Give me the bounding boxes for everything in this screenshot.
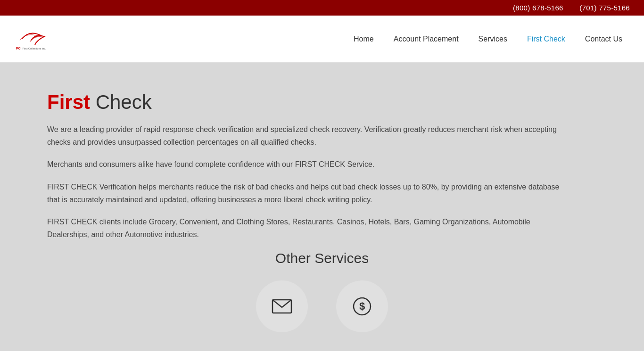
paragraph-4: FIRST CHECK clients include Grocery, Con… bbox=[47, 215, 566, 241]
phone2[interactable]: (701) 775-5166 bbox=[579, 4, 630, 12]
services-icons-row: $ bbox=[47, 280, 597, 332]
main-content: First Check We are a leading provider of… bbox=[0, 63, 644, 351]
envelope-svg bbox=[271, 295, 293, 318]
nav-services[interactable]: Services bbox=[471, 30, 515, 48]
nav-contact-us[interactable]: Contact Us bbox=[578, 30, 630, 48]
dollar-svg: $ bbox=[351, 295, 373, 318]
svg-text:$: $ bbox=[359, 300, 365, 312]
paragraph-3: FIRST CHECK Verification helps merchants… bbox=[47, 181, 566, 206]
logo-icon: FCI First Collections inc. bbox=[14, 25, 52, 53]
content-body: We are a leading provider of rapid respo… bbox=[47, 123, 597, 241]
title-rest: Check bbox=[90, 91, 152, 113]
nav-first-check[interactable]: First Check bbox=[520, 30, 573, 48]
svg-text:FCI: FCI bbox=[16, 46, 22, 50]
other-services-title: Other Services bbox=[47, 250, 597, 266]
paragraph-2: Merchants and consumers alike have found… bbox=[47, 158, 566, 171]
phone1[interactable]: (800) 678-5166 bbox=[513, 4, 563, 12]
paragraph-1: We are a leading provider of rapid respo… bbox=[47, 123, 566, 148]
dollar-service-icon[interactable]: $ bbox=[336, 280, 388, 332]
email-service-icon[interactable] bbox=[256, 280, 308, 332]
nav-home[interactable]: Home bbox=[346, 30, 381, 48]
main-nav: Home Account Placement Services First Ch… bbox=[346, 30, 630, 48]
nav-account-placement[interactable]: Account Placement bbox=[386, 30, 466, 48]
logo-area[interactable]: FCI First Collections inc. bbox=[14, 25, 52, 53]
svg-text:First Collections inc.: First Collections inc. bbox=[23, 47, 46, 49]
top-bar: (800) 678-5166 (701) 775-5166 bbox=[0, 0, 644, 16]
page-title: First Check bbox=[47, 91, 597, 114]
title-highlight: First bbox=[47, 91, 90, 113]
header: FCI First Collections inc. Home Account … bbox=[0, 16, 644, 63]
